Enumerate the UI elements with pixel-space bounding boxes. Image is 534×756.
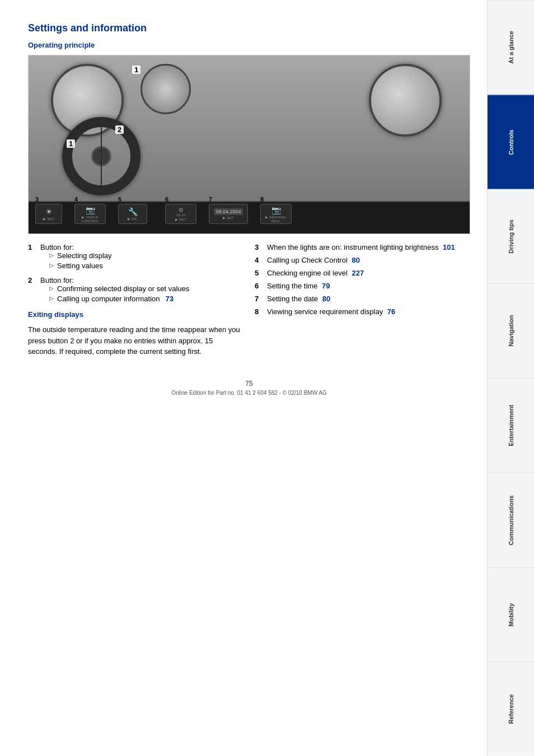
sidebar-tab-communications[interactable]: Communications [488,473,534,567]
diagram-label-1b: 1 [132,66,140,74]
sidebar-tab-entertainment[interactable]: Entertainment [488,378,534,473]
content-columns: 1 Button for: ▷ Selecting display ▷ Sett… [28,243,470,357]
sidebar-tab-driving-tips[interactable]: Driving tips [488,189,534,284]
item-2-bullet-1-text: Confirming selected display or set value… [57,284,189,293]
right-item-4-label: Calling up Check Control [267,256,348,264]
item-2-link[interactable]: 73 [166,295,174,303]
exiting-body: The outside temperature reading and the … [28,324,243,357]
footer-text: Online Edition for Part no. 01 41 2 604 … [28,390,470,396]
bullet-icon: ▷ [49,262,54,268]
right-item-6: 6 Setting the time 79 [255,282,470,290]
item-1-content: Button for: ▷ Selecting display ▷ Settin… [40,243,243,272]
item-2: 2 Button for: ▷ Confirming selected disp… [28,276,243,305]
diagram-button-5: 5 🔧 ▶ OIL [118,204,147,224]
item-2-content: Button for: ▷ Confirming selected displa… [40,276,243,305]
bullet-icon: ▷ [49,295,54,301]
right-item-8-link[interactable]: 76 [387,307,395,316]
diagram-label-1a: 1 [67,139,75,148]
right-item-3: 3 When the lights are on: instrument lig… [255,243,470,251]
right-item-3-content: When the lights are on: instrument light… [267,243,470,251]
left-column: 1 Button for: ▷ Selecting display ▷ Sett… [28,243,243,357]
item-1-bullet-2-text: Setting values [57,262,103,270]
right-item-5-link[interactable]: 227 [352,269,364,277]
sidebar-tab-reference[interactable]: Reference [488,661,534,756]
diagram-button-4: 4 📷 ▶ CHECK CONTROL [74,204,106,224]
sidebar-tab-mobility[interactable]: Mobility [488,567,534,662]
right-item-4-number: 4 [255,256,264,264]
diagram-button-7: 7 08.04.2004 ▶ SET [209,204,248,224]
right-item-7-content: Setting the date 80 [267,295,470,303]
bullet-icon: ▷ [49,285,54,291]
right-item-8-label: Viewing service requirement display [267,307,383,316]
right-sidebar: At a glance Controls Driving tips Naviga… [487,0,534,756]
section-title: Settings and information [28,22,470,34]
exiting-title: Exiting displays [28,310,243,319]
item-1: 1 Button for: ▷ Selecting display ▷ Sett… [28,243,243,272]
right-item-6-number: 6 [255,282,264,290]
diagram-button-8: 8 📷 ▶ SERVICE- INFO. [260,204,292,224]
diagram-button-3: 3 ☀ ▶ SET [35,204,62,224]
right-item-6-link[interactable]: 79 [322,282,330,290]
item-2-label: Button for: [40,276,74,284]
right-item-8-number: 8 [255,307,264,316]
right-item-3-label: When the lights are on: instrument light… [267,243,438,251]
sidebar-tab-at-a-glance[interactable]: At a glance [488,0,534,95]
diagram-label-2: 2 [115,125,124,134]
item-2-bullet-2: ▷ Calling up computer information 73 [49,295,243,303]
item-1-number: 1 [28,243,37,251]
right-item-7: 7 Setting the date 80 [255,295,470,303]
right-item-4: 4 Calling up Check Control 80 [255,256,470,264]
item-1-bullet-1: ▷ Selecting display [49,251,243,260]
subsection-title: Operating principle [28,41,470,49]
right-item-4-content: Calling up Check Control 80 [267,256,470,264]
right-item-8-content: Viewing service requirement display 76 [267,307,470,316]
right-item-8: 8 Viewing service requirement display 76 [255,307,470,316]
diagram-button-6: 6 ⊙ 23:20 ▶ SET [165,204,196,224]
sidebar-tab-controls[interactable]: Controls [488,95,534,189]
item-1-label: Button for: [40,243,74,251]
item-2-number: 2 [28,276,37,284]
bullet-icon: ▷ [49,252,54,258]
right-item-6-label: Setting the time [267,282,317,290]
right-item-5-content: Checking engine oil level 227 [267,269,470,277]
right-item-3-number: 3 [255,243,264,251]
sidebar-tab-navigation[interactable]: Navigation [488,283,534,378]
right-item-6-content: Setting the time 79 [267,282,470,290]
page-footer: 75 Online Edition for Part no. 01 41 2 6… [28,380,470,407]
item-2-bullet-1: ▷ Confirming selected display or set val… [49,284,243,293]
right-item-5: 5 Checking engine oil level 227 [255,269,470,277]
page-number: 75 [28,380,470,388]
right-item-5-number: 5 [255,269,264,277]
right-item-3-link[interactable]: 101 [443,243,455,251]
exiting-displays-section: Exiting displays The outside temperature… [28,310,243,357]
item-1-bullet-2: ▷ Setting values [49,262,243,270]
right-item-7-link[interactable]: 80 [322,295,330,303]
right-item-7-label: Setting the date [267,295,318,303]
right-item-4-link[interactable]: 80 [352,256,359,264]
right-column: 3 When the lights are on: instrument lig… [255,243,470,357]
right-item-7-number: 7 [255,295,264,303]
item-2-bullet-2-text: Calling up computer information [57,295,160,303]
item-1-bullet-1-text: Selecting display [57,251,112,260]
right-item-5-label: Checking engine oil level [267,269,348,277]
diagram-container: 1 1 2 3 ☀ [28,55,470,234]
